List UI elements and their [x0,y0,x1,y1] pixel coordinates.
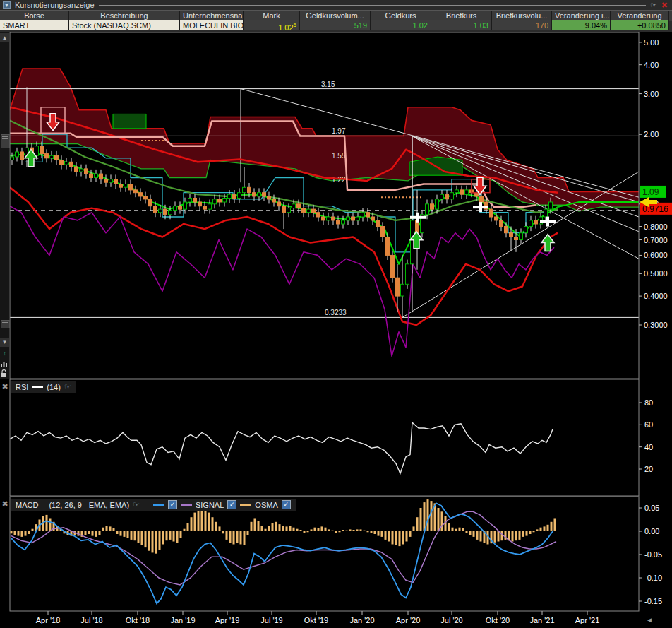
osma-checkbox[interactable]: ✓ [282,500,291,509]
col-header-geldkursvolumen[interactable]: Geldkursvolum... [300,11,371,21]
cell-bid-price[interactable]: 1.02 [371,20,431,30]
osma-bar [371,531,373,533]
candle-body [465,190,469,194]
cell-description[interactable]: Stock (NASDAQ.SCM) [69,20,180,30]
chart-canvas[interactable]: 3.151.971.551.220.32335.004.003.002.001.… [0,0,672,628]
col-header-veraenderung[interactable]: Veränderung [611,11,669,21]
col-header-unternehmensname[interactable]: Unternehmensna... [180,11,244,21]
scrollbar-thumb[interactable] [1,134,10,148]
osma-bar [85,531,87,535]
cell-bid-size[interactable]: 519 [300,20,371,30]
osma-bar [226,531,228,540]
osma-bar [424,502,426,531]
cell-change-absolute[interactable]: +0.0850 [611,20,669,30]
candle-body [307,209,311,213]
col-header-boerse[interactable]: Börse [0,11,69,21]
candle-body [144,196,148,199]
main-plot-layer: 3.151.971.551.220.3233 [10,69,639,356]
osma-bar [356,529,359,531]
col-header-veraenderung-prozent[interactable]: Veränderung i... [552,11,611,21]
candle-body [297,204,301,208]
osma-bar [258,521,260,532]
close-panel-icon[interactable]: ✖ [661,1,668,10]
quote-header-row: Börse Beschreibung Unternehmensna... Mar… [0,10,672,21]
candle-body [154,206,157,213]
candle-body [510,233,513,237]
candle-body [455,190,459,193]
cell-company-name[interactable]: MOLECULIN BIO... [180,20,244,30]
rsi-hand-icon[interactable]: ☞ [64,382,71,391]
candle-body [243,187,246,192]
scrollbar-thumb-lower[interactable] [1,320,10,328]
close-macd-panel-icon[interactable]: ✖ [1,499,9,508]
col-header-mark[interactable]: Mark [244,11,300,21]
osma-bar [522,531,524,537]
osma-bar [402,531,404,545]
bar-chart-icon[interactable] [0,360,9,369]
osma-bar [431,501,433,531]
rsi-axis-label: 20 [644,465,653,473]
scroll-chart-left-icon[interactable]: ◄ [646,616,653,624]
osma-bar [286,526,288,531]
col-header-briefkursvolumen[interactable]: Briefkursvolu... [492,11,552,21]
osma-bar [526,531,528,536]
cell-exchange[interactable]: SMART [0,20,69,30]
osma-bar [102,528,104,531]
osma-bar [215,522,217,531]
osma-bar [318,528,320,531]
osma-bar [547,525,549,531]
candle-body [179,206,182,209]
price-axis-label: 4.00 [644,61,659,69]
col-header-briefkurs[interactable]: Briefkurs [431,11,492,21]
panel-title: Kursnotierungsanzeige [15,1,95,9]
signal-checkbox[interactable]: ✓ [227,500,236,509]
price-axis-label: 0.7000 [644,236,668,244]
quote-panel-titlebar: ▼ Kursnotierungsanzeige ☞ ✖ [0,0,672,10]
scroll-down-button[interactable]: ▼ [0,338,9,347]
cell-mark-price[interactable]: 1.025 [244,20,300,30]
macd-label: MACD [16,501,38,509]
osma-bar [88,531,90,534]
close-rsi-panel-icon[interactable]: ✖ [1,382,9,391]
candle-body [401,284,404,296]
osma-bar [134,531,136,540]
green-cloud-segment [113,114,146,129]
move-vertical-icon[interactable]: ↕ [0,349,9,358]
candle-body [520,233,523,240]
candle-body [544,209,548,217]
osma-bar [321,526,323,531]
osma-bar [501,531,503,540]
osma-bar [120,531,122,536]
rsi-line-swatch [32,386,43,388]
col-header-beschreibung[interactable]: Beschreibung [69,11,180,21]
osma-bar [219,526,221,531]
osma-bar [544,526,546,531]
ichimoku-cloud [10,69,639,211]
price-axis-label: 2.00 [644,130,659,138]
mark-price-superscript: 5 [294,22,296,28]
collapse-panel-icon[interactable]: ▼ [3,1,11,9]
unlock-icon[interactable] [0,369,9,379]
cell-change-percent[interactable]: 9.04% [552,20,611,30]
time-axis-label: Apr '21 [575,616,600,624]
osma-bar [46,515,48,531]
scroll-up-button[interactable]: ▲ [0,33,9,42]
candle-body [391,255,395,278]
candle-body [258,193,261,196]
osma-bar [289,526,292,531]
cell-ask-size[interactable]: 170 [492,20,552,30]
drag-hand-icon[interactable]: ☞ [650,1,657,10]
macd-params-label: (12, 26, 9 - EMA, EMA) [49,501,129,509]
candle-body [159,209,162,213]
osma-bar [512,531,514,542]
macd-hand-icon[interactable]: ☞ [133,500,140,509]
macd-line-checkbox[interactable]: ✓ [168,500,177,509]
quote-value-row[interactable]: SMART Stock (NASDAQ.SCM) MOLECULIN BIO..… [0,20,672,30]
osma-bar [124,531,126,537]
cell-ask-price[interactable]: 1.03 [431,20,492,30]
price-axis-label: 0.5000 [644,269,668,278]
osma-bar [455,529,457,531]
osma-bar [300,530,302,531]
col-header-geldkurs[interactable]: Geldkurs [371,11,431,21]
candle-body [85,169,88,174]
